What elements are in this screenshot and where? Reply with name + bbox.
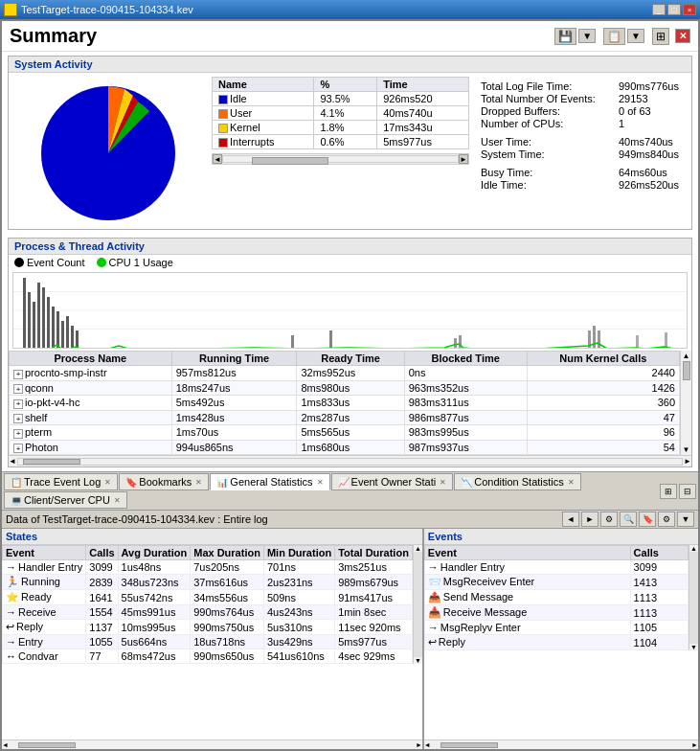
state-total-cell: 989ms679us: [335, 575, 413, 590]
tab-close-icon[interactable]: ✕: [114, 496, 121, 505]
events-scroll-down[interactable]: ▼: [689, 644, 698, 650]
minimize-button[interactable]: _: [652, 4, 666, 15]
bookmark-btn[interactable]: 🔖: [639, 512, 656, 527]
busy-time-label: Busy Time:: [481, 167, 615, 178]
tab-close-icon[interactable]: ✕: [195, 478, 202, 487]
process-scrollbar-v[interactable]: ▲ ▼: [680, 351, 691, 455]
svg-rect-13: [66, 316, 69, 348]
dropdown2-toolbar-btn[interactable]: ▼: [627, 29, 644, 43]
tab-label: General Statistics: [230, 476, 312, 488]
dropdown-btn[interactable]: ▼: [677, 512, 694, 527]
svg-rect-7: [37, 283, 40, 348]
nav-prev-btn[interactable]: ◄: [562, 512, 579, 527]
scroll-left-arrow[interactable]: ◄: [213, 154, 222, 164]
stats-scrollbar-h[interactable]: ◄ ►: [212, 153, 469, 165]
row-icon: →: [6, 606, 16, 618]
export-toolbar-btn[interactable]: 📋: [603, 28, 625, 45]
events-right-arrow[interactable]: ►: [691, 741, 698, 748]
expand-button[interactable]: +: [13, 429, 23, 439]
process-hscrollbar[interactable]: ◄ ►: [9, 455, 691, 467]
state-avg-cell: 68ms472us: [118, 649, 191, 664]
tab-item[interactable]: 📊General Statistics✕: [210, 473, 329, 490]
search-btn[interactable]: 🔍: [620, 512, 637, 527]
settings-btn[interactable]: ⚙: [658, 512, 675, 527]
states-col-header: Total Duration: [335, 546, 413, 560]
events-col-header: Calls: [630, 546, 688, 560]
nav-next-btn[interactable]: ►: [581, 512, 598, 527]
state-event-cell: →Entry: [3, 635, 86, 649]
state-avg-cell: 45ms991us: [118, 605, 191, 620]
summary-header: Summary 💾 ▼ 📋 ▼ ⊞ ✕: [2, 21, 698, 52]
proc-hscroll-thumb[interactable]: [23, 459, 80, 465]
save-toolbar-btn[interactable]: 💾: [554, 28, 576, 45]
scroll-right-arrow[interactable]: ►: [459, 154, 468, 164]
proc-scroll-left[interactable]: ◄: [9, 457, 16, 466]
window-tile-btn[interactable]: ⊞: [660, 484, 677, 499]
expand-button[interactable]: +: [13, 370, 23, 379]
events-vscrollbar[interactable]: ▲ ▼: [689, 545, 698, 650]
events-left-arrow[interactable]: ◄: [424, 741, 431, 748]
tab-item[interactable]: 📈Event Owner Stati✕: [331, 473, 454, 490]
events-panel: Events EventCalls →Handler Entry 3099 📨M…: [424, 529, 698, 749]
expand-button[interactable]: +: [13, 414, 23, 423]
close-button[interactable]: ×: [683, 4, 696, 15]
tab-item[interactable]: 🔖Bookmarks✕: [119, 473, 209, 490]
event-name-cell: →MsgReplyv Enter: [424, 621, 630, 635]
stat-time-cell: 5ms977us: [377, 135, 469, 149]
expand-button[interactable]: +: [13, 444, 23, 453]
events-hscrollbar[interactable]: ◄ ►: [424, 740, 698, 749]
states-scroll-down[interactable]: ▼: [414, 657, 422, 664]
tab-label: Event Owner Stati: [351, 476, 437, 488]
resize-toolbar-btn[interactable]: ⊞: [652, 28, 669, 45]
states-vscrollbar[interactable]: ▲ ▼: [413, 545, 422, 664]
scroll-down-btn[interactable]: ▼: [683, 445, 690, 454]
expand-button[interactable]: +: [13, 384, 23, 394]
tab-close-icon[interactable]: ✕: [104, 478, 111, 487]
state-max-cell: 37ms616us: [191, 575, 264, 590]
state-total-cell: 11sec 920ms: [335, 620, 413, 635]
state-max-cell: 34ms556us: [191, 590, 264, 605]
stat-time-cell: 926ms520: [377, 92, 469, 106]
proc-scroll-right[interactable]: ►: [684, 457, 691, 466]
proc-kernel-cell: 54: [527, 440, 679, 455]
window-cascade-btn[interactable]: ⊟: [679, 484, 696, 499]
states-scroll-up[interactable]: ▲: [414, 545, 422, 552]
state-min-cell: 5us310ns: [263, 620, 334, 635]
states-left-arrow[interactable]: ◄: [2, 741, 9, 748]
color-box: [218, 138, 228, 148]
stat-pct-cell: 0.6%: [314, 135, 377, 149]
tab-item[interactable]: 📋Trace Event Log✕: [4, 473, 118, 490]
events-table-wrapper: EventCalls →Handler Entry 3099 📨MsgRecei…: [424, 545, 698, 740]
states-right-arrow[interactable]: ►: [416, 741, 422, 748]
events-scroll-up[interactable]: ▲: [689, 545, 698, 552]
scroll-up-btn[interactable]: ▲: [683, 352, 690, 360]
scroll-thumb[interactable]: [252, 157, 328, 165]
stat-pct-cell: 4.1%: [314, 106, 377, 121]
tab-close-icon[interactable]: ✕: [317, 478, 324, 487]
states-col-header: Calls: [86, 546, 118, 560]
svg-rect-4: [23, 278, 26, 348]
events-hscroll-thumb[interactable]: [440, 742, 498, 748]
tab-icon: 🔖: [125, 477, 137, 488]
events-col-header: Event: [424, 546, 630, 560]
event-row-icon: ↩: [428, 636, 437, 648]
states-hscrollbar[interactable]: ◄ ►: [2, 740, 422, 749]
busy-time-value: 64ms60us: [619, 167, 667, 178]
event-name-cell: 📥Receive Message: [424, 605, 630, 621]
svg-rect-24: [665, 332, 667, 348]
event-calls-cell: 1113: [630, 590, 688, 605]
title-bar: TestTarget-trace-090415-104334.kev _ □ ×: [0, 0, 700, 19]
list-item: User 4.1% 40ms740u: [213, 106, 469, 121]
tab-item[interactable]: 📉Condition Statistics✕: [454, 473, 581, 490]
tab-close-icon[interactable]: ✕: [440, 478, 446, 487]
dropdown-toolbar-btn[interactable]: ▼: [578, 29, 596, 43]
tab-close-icon[interactable]: ✕: [568, 478, 575, 487]
tab-item[interactable]: 💻Client/Server CPU✕: [4, 491, 127, 509]
vscroll-thumb[interactable]: [683, 361, 690, 380]
maximize-button[interactable]: □: [667, 4, 681, 15]
states-hscroll-thumb[interactable]: [18, 742, 76, 748]
filter-btn[interactable]: ⚙: [600, 512, 618, 527]
state-max-cell: 990ms764us: [191, 605, 264, 620]
expand-button[interactable]: +: [13, 399, 23, 409]
close-summary-btn[interactable]: ✕: [675, 29, 690, 43]
